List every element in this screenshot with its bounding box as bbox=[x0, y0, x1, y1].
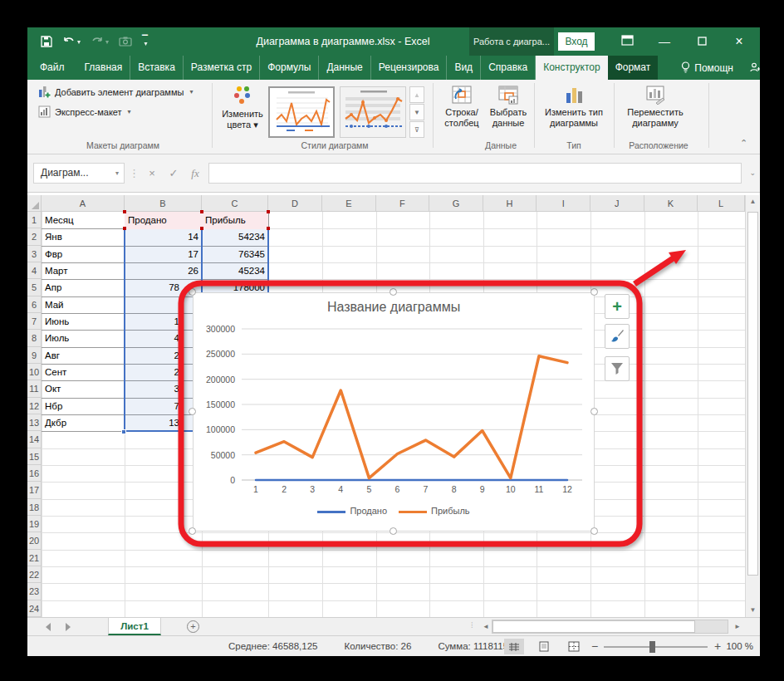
vertical-scroll-thumb[interactable] bbox=[747, 212, 758, 576]
ribbon-tab-Вставка[interactable]: Вставка bbox=[130, 56, 184, 80]
cancel-entry-icon[interactable]: × bbox=[142, 163, 162, 184]
add-chart-element-button[interactable]: Добавить элемент диаграммы▾ bbox=[38, 86, 193, 98]
column-header-K[interactable]: K bbox=[644, 195, 698, 212]
chart-selection-handle[interactable] bbox=[390, 288, 397, 296]
ribbon-tab-Вид[interactable]: Вид bbox=[447, 56, 481, 80]
select-data-button[interactable]: Выбрать данные bbox=[485, 85, 532, 129]
row-header-13[interactable]: 13 bbox=[27, 414, 42, 431]
row-header-16[interactable]: 16 bbox=[27, 465, 42, 482]
chart-selection-handle[interactable] bbox=[590, 527, 598, 535]
row-header-3[interactable]: 3 bbox=[27, 246, 42, 262]
cell-B10[interactable]: 2 bbox=[125, 364, 202, 380]
insert-function-icon[interactable]: fx bbox=[185, 163, 205, 184]
fill-handle[interactable] bbox=[121, 429, 126, 434]
styles-scroll-down[interactable]: ▼ bbox=[409, 104, 424, 120]
sheet-tab-list1[interactable]: Лист1 bbox=[108, 618, 161, 635]
ribbon-tab-Файл[interactable]: Файл bbox=[27, 56, 77, 80]
row-header-1[interactable]: 1 bbox=[27, 212, 42, 228]
cell-A2[interactable]: Янв bbox=[42, 228, 125, 245]
cell-A3[interactable]: Фвр bbox=[42, 246, 125, 262]
chart-style-1-thumbnail[interactable] bbox=[268, 86, 335, 138]
row-header-5[interactable]: 5 bbox=[27, 279, 42, 296]
ribbon-tab-Конструктор[interactable]: Конструктор bbox=[536, 56, 607, 80]
styles-scroll-up[interactable]: ▲ bbox=[409, 86, 424, 103]
column-header-I[interactable]: I bbox=[537, 195, 590, 212]
ribbon-tab-Разметка стр[interactable]: Разметка стр bbox=[184, 56, 260, 80]
name-box[interactable]: Диаграм...▾ bbox=[33, 163, 125, 184]
chart-styles-button[interactable] bbox=[605, 324, 630, 349]
column-header-E[interactable]: E bbox=[322, 195, 376, 212]
cell-C4[interactable]: 45234 bbox=[202, 262, 268, 279]
row-header-4[interactable]: 4 bbox=[27, 262, 42, 279]
minimize-button[interactable]: — bbox=[652, 27, 677, 56]
horizontal-scroll-thumb[interactable] bbox=[492, 620, 695, 633]
column-header-A[interactable]: A bbox=[42, 195, 125, 212]
row-header-12[interactable]: 12 bbox=[27, 398, 42, 414]
row-header-8[interactable]: 8 bbox=[27, 330, 42, 346]
row-header-22[interactable]: 22 bbox=[27, 566, 42, 583]
quick-layout-button[interactable]: Экспресс-макет▾ bbox=[38, 105, 131, 118]
name-box-dropdown-icon[interactable]: ▾ bbox=[115, 164, 119, 183]
cell-B2[interactable]: 14 bbox=[125, 228, 202, 245]
legend-item-pribyl[interactable]: Прибыль bbox=[399, 506, 470, 516]
cell-A7[interactable]: Июнь bbox=[42, 313, 125, 330]
cell-A10[interactable]: Сент bbox=[42, 364, 125, 380]
change-chart-type-button[interactable]: Изменить тип диаграммы bbox=[538, 85, 610, 129]
scroll-left-icon[interactable]: ◄ bbox=[480, 620, 492, 634]
maximize-button[interactable] bbox=[689, 27, 714, 56]
cell-A9[interactable]: Авг bbox=[42, 347, 125, 364]
row-header-10[interactable]: 10 bbox=[27, 364, 42, 380]
page-layout-view-button[interactable] bbox=[534, 639, 554, 654]
chart-object[interactable]: Название диаграммы 050000100000150000200… bbox=[193, 292, 595, 532]
cell-A6[interactable]: Май bbox=[42, 296, 125, 313]
row-header-6[interactable]: 6 bbox=[27, 296, 42, 313]
horizontal-scrollbar[interactable]: ◄ ► bbox=[480, 620, 743, 634]
column-header-C[interactable]: C bbox=[202, 195, 268, 212]
cell-B7[interactable]: 1 bbox=[125, 313, 202, 330]
column-header-H[interactable]: H bbox=[483, 195, 537, 212]
ribbon-tab-Справка[interactable]: Справка bbox=[481, 56, 536, 80]
row-header-11[interactable]: 11 bbox=[27, 380, 42, 397]
close-button[interactable]: × bbox=[727, 27, 752, 56]
row-header-14[interactable]: 14 bbox=[27, 431, 42, 448]
formula-input[interactable] bbox=[208, 163, 742, 184]
chart-selection-handle[interactable] bbox=[590, 288, 598, 296]
cell-B3[interactable]: 17 bbox=[125, 246, 202, 262]
row-header-23[interactable]: 23 bbox=[27, 583, 42, 600]
chart-selection-handle[interactable] bbox=[189, 408, 196, 415]
styles-more-button[interactable]: ⊽ bbox=[409, 121, 424, 138]
collapse-ribbon-icon[interactable]: ⌃ bbox=[740, 138, 747, 149]
row-header-17[interactable]: 17 bbox=[27, 482, 42, 498]
cell-B4[interactable]: 26 bbox=[125, 262, 202, 279]
row-header-19[interactable]: 19 bbox=[27, 516, 42, 532]
prev-sheet-icon[interactable] bbox=[46, 623, 51, 631]
cell-A13[interactable]: Дкбр bbox=[42, 414, 125, 431]
share-button[interactable]: Поделиться bbox=[742, 56, 760, 80]
enter-entry-icon[interactable]: ✓ bbox=[164, 163, 184, 184]
row-header-21[interactable]: 21 bbox=[27, 550, 42, 566]
cell-B1[interactable]: Продано bbox=[125, 212, 202, 228]
chart-filters-button[interactable] bbox=[605, 356, 630, 381]
zoom-percentage[interactable]: 100 % bbox=[726, 636, 753, 656]
row-header-15[interactable]: 15 bbox=[27, 448, 42, 465]
zoom-slider[interactable] bbox=[604, 646, 708, 648]
column-header-F[interactable]: F bbox=[376, 195, 430, 212]
cell-C3[interactable]: 76345 bbox=[202, 246, 268, 262]
cell-A5[interactable]: Апр bbox=[42, 279, 125, 296]
chart-selection-handle[interactable] bbox=[390, 527, 397, 535]
camera-icon[interactable] bbox=[119, 37, 132, 47]
column-header-D[interactable]: D bbox=[268, 195, 322, 212]
cell-B13[interactable]: 13 bbox=[125, 414, 202, 431]
ribbon-tab-Главная[interactable]: Главная bbox=[77, 56, 131, 80]
cell-B9[interactable]: 2 bbox=[125, 347, 202, 364]
cell-A12[interactable]: Нбр bbox=[42, 398, 125, 414]
row-header-20[interactable]: 20 bbox=[27, 532, 42, 549]
sign-in-button[interactable]: Вход bbox=[558, 32, 595, 51]
chart-legend[interactable]: Продано Прибыль bbox=[194, 506, 594, 516]
column-header-G[interactable]: G bbox=[429, 195, 483, 212]
select-all-corner[interactable] bbox=[27, 195, 42, 212]
cell-C1[interactable]: Прибыль bbox=[202, 212, 268, 228]
cell-A8[interactable]: Июль bbox=[42, 330, 125, 346]
chart-selection-handle[interactable] bbox=[189, 288, 196, 296]
change-colors-button[interactable]: Изменить цвета ▾ bbox=[216, 85, 269, 130]
